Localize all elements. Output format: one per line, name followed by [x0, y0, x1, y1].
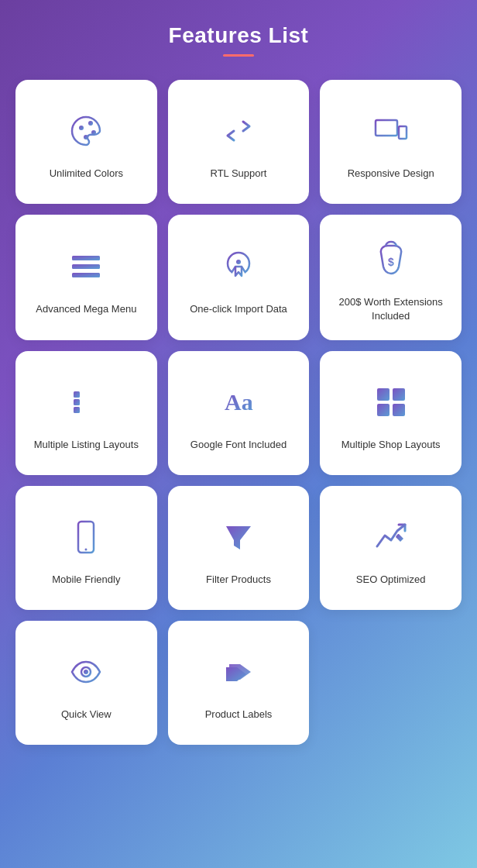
- feature-card-rtl-support: RTL Support: [168, 80, 310, 204]
- feature-card-filter-products: Filter Products: [168, 486, 310, 610]
- feature-label-multiple-listing-layouts: Multiple Listing Layouts: [34, 438, 139, 452]
- svg-text:Aa: Aa: [225, 389, 253, 415]
- feature-label-advanced-mega-menu: Advanced Mega Menu: [36, 302, 136, 316]
- eye-icon: [63, 649, 109, 695]
- feature-card-advanced-mega-menu: Advanced Mega Menu: [15, 215, 157, 340]
- svg-rect-10: [72, 256, 100, 260]
- svg-point-32: [84, 670, 88, 674]
- mobile-icon: [63, 514, 109, 560]
- feature-card-responsive-design: Responsive Design: [320, 80, 462, 204]
- svg-text:$: $: [388, 256, 394, 268]
- feature-card-one-click-import: One-click Import Data: [168, 215, 310, 340]
- svg-rect-11: [72, 264, 100, 269]
- seo-icon: [368, 514, 414, 560]
- feature-card-seo-optimized: SEO Optimized: [320, 486, 462, 610]
- feature-label-product-labels: Product Labels: [205, 708, 273, 722]
- shop-icon: [368, 379, 414, 425]
- features-grid: Unlimited Colors RTL Support Responsive …: [15, 80, 462, 745]
- feature-label-seo-optimized: SEO Optimized: [356, 573, 426, 587]
- svg-rect-23: [393, 388, 405, 401]
- svg-point-13: [236, 260, 241, 264]
- click-icon: [215, 243, 262, 290]
- svg-rect-24: [377, 404, 389, 416]
- feature-card-extensions-included: $ 200$ Worth Extensions Included: [320, 215, 462, 340]
- svg-rect-17: [74, 399, 80, 405]
- feature-label-rtl-support: RTL Support: [210, 167, 266, 181]
- feature-label-unlimited-colors: Unlimited Colors: [50, 167, 123, 181]
- feature-label-quick-view: Quick View: [61, 708, 112, 722]
- svg-rect-22: [377, 388, 389, 401]
- menu-icon: [63, 243, 109, 290]
- page-title: Features List: [169, 23, 309, 48]
- label-icon: [215, 649, 262, 695]
- feature-card-product-labels: Product Labels: [168, 621, 310, 745]
- responsive-icon: [368, 108, 414, 154]
- feature-card-multiple-listing-layouts: Multiple Listing Layouts: [15, 351, 157, 475]
- page-title-container: Features List: [169, 23, 309, 57]
- feature-label-responsive-design: Responsive Design: [348, 167, 434, 181]
- feature-card-google-font: Aa Google Font Included: [168, 351, 310, 475]
- feature-label-multiple-shop-layouts: Multiple Shop Layouts: [341, 438, 441, 452]
- rtl-icon: [215, 108, 262, 154]
- palette-icon: [63, 108, 109, 154]
- svg-point-0: [79, 126, 84, 130]
- feature-card-multiple-shop-layouts: Multiple Shop Layouts: [320, 351, 462, 475]
- font-icon: Aa: [215, 379, 262, 425]
- feature-label-google-font: Google Font Included: [190, 438, 287, 452]
- feature-card-quick-view: Quick View: [15, 621, 157, 745]
- feature-label-one-click-import: One-click Import Data: [190, 302, 287, 316]
- feature-label-filter-products: Filter Products: [206, 573, 271, 587]
- feature-card-mobile-friendly: Mobile Friendly: [15, 486, 157, 610]
- svg-rect-15: [74, 391, 80, 398]
- svg-point-29: [85, 549, 88, 551]
- filter-icon: [215, 514, 262, 560]
- feature-label-extensions-included: 200$ Worth Extensions Included: [329, 295, 452, 323]
- feature-label-mobile-friendly: Mobile Friendly: [52, 573, 120, 587]
- svg-rect-26: [78, 522, 94, 553]
- listing-icon: [63, 379, 109, 425]
- svg-point-1: [88, 121, 93, 126]
- money-icon: $: [368, 236, 414, 283]
- feature-card-unlimited-colors: Unlimited Colors: [15, 80, 157, 204]
- title-underline: [223, 54, 254, 57]
- svg-rect-25: [393, 404, 405, 416]
- svg-rect-19: [74, 407, 80, 413]
- svg-rect-12: [72, 273, 100, 277]
